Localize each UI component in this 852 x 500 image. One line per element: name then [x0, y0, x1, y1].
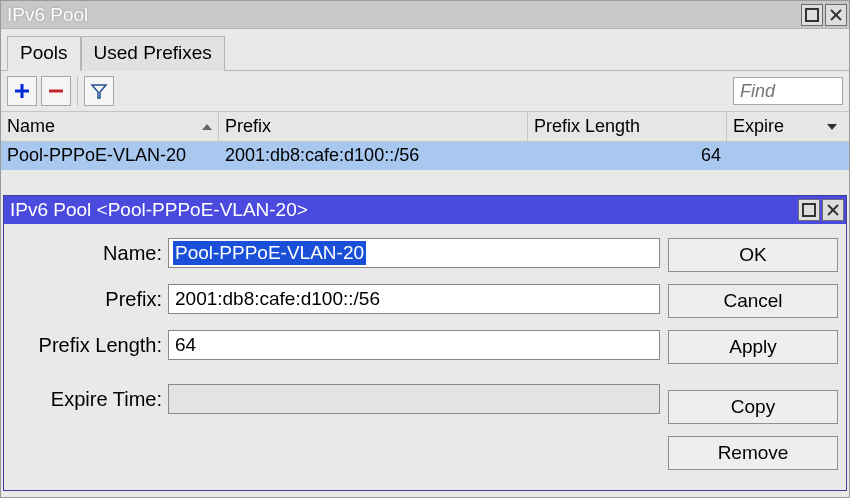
close-icon: [829, 8, 843, 22]
cell-prefix: 2001:db8:cafe:d100::/56: [219, 142, 528, 169]
filter-button[interactable]: [84, 76, 114, 106]
svg-marker-6: [92, 85, 106, 98]
close-button[interactable]: [825, 4, 847, 26]
apply-button[interactable]: Apply: [668, 330, 838, 364]
add-button[interactable]: [7, 76, 37, 106]
dialog-maximize-button[interactable]: [798, 199, 820, 221]
window-title: IPv6 Pool: [7, 4, 801, 26]
name-input-selection: Pool-PPPoE-VLAN-20: [173, 241, 366, 265]
expire-input[interactable]: [168, 384, 660, 414]
toolbar-separator: [77, 76, 78, 106]
remove-button[interactable]: Remove: [668, 436, 838, 470]
expire-label: Expire Time:: [12, 388, 168, 411]
column-name-label: Name: [7, 116, 55, 137]
toolbar: [1, 71, 849, 111]
maximize-icon: [805, 8, 819, 22]
maximize-icon: [802, 203, 816, 217]
sort-asc-icon: [202, 122, 212, 132]
name-label: Name:: [12, 242, 168, 265]
table-row[interactable]: Pool-PPPoE-VLAN-20 2001:db8:cafe:d100::/…: [1, 142, 849, 170]
find-input[interactable]: [733, 77, 843, 105]
edit-dialog: IPv6 Pool <Pool-PPPoE-VLAN-20> Name: Poo…: [3, 195, 847, 491]
tab-strip: Pools Used Prefixes: [1, 29, 849, 71]
column-name[interactable]: Name: [1, 112, 219, 141]
svg-rect-0: [806, 9, 818, 21]
remove-button-toolbar[interactable]: [41, 76, 71, 106]
cell-expire: [727, 142, 845, 169]
table-header: Name Prefix Prefix Length Expire: [1, 111, 849, 142]
minus-icon: [47, 82, 65, 100]
dialog-title: IPv6 Pool <Pool-PPPoE-VLAN-20>: [10, 199, 798, 221]
prefix-length-label: Prefix Length:: [12, 334, 168, 357]
main-window: IPv6 Pool Pools Used Prefixes: [0, 0, 850, 498]
titlebar-buttons: [801, 4, 847, 26]
prefix-length-input[interactable]: [168, 330, 660, 360]
cancel-button[interactable]: Cancel: [668, 284, 838, 318]
funnel-icon: [90, 82, 108, 100]
ok-button[interactable]: OK: [668, 238, 838, 272]
dialog-button-column: OK Cancel Apply Copy Remove: [668, 238, 838, 470]
cell-name: Pool-PPPoE-VLAN-20: [1, 142, 219, 169]
close-icon: [826, 203, 840, 217]
dialog-titlebar: IPv6 Pool <Pool-PPPoE-VLAN-20>: [4, 196, 846, 224]
form: Name: Pool-PPPoE-VLAN-20 Prefix: Prefix …: [12, 238, 660, 470]
column-prefix[interactable]: Prefix: [219, 112, 528, 141]
prefix-input[interactable]: [168, 284, 660, 314]
tab-used-prefixes[interactable]: Used Prefixes: [81, 36, 225, 71]
name-input[interactable]: Pool-PPPoE-VLAN-20: [168, 238, 660, 268]
column-expire-label: Expire: [733, 116, 784, 137]
column-prefix-length[interactable]: Prefix Length: [528, 112, 727, 141]
cell-prefix-length: 64: [528, 142, 727, 169]
svg-rect-8: [803, 204, 815, 216]
plus-icon: [13, 82, 31, 100]
copy-button[interactable]: Copy: [668, 390, 838, 424]
maximize-button[interactable]: [801, 4, 823, 26]
prefix-label: Prefix:: [12, 288, 168, 311]
svg-marker-7: [202, 124, 212, 130]
dialog-body: Name: Pool-PPPoE-VLAN-20 Prefix: Prefix …: [4, 224, 846, 490]
titlebar: IPv6 Pool: [1, 1, 849, 29]
dialog-close-button[interactable]: [822, 199, 844, 221]
tab-pools[interactable]: Pools: [7, 36, 81, 71]
column-expire[interactable]: Expire: [727, 112, 845, 141]
